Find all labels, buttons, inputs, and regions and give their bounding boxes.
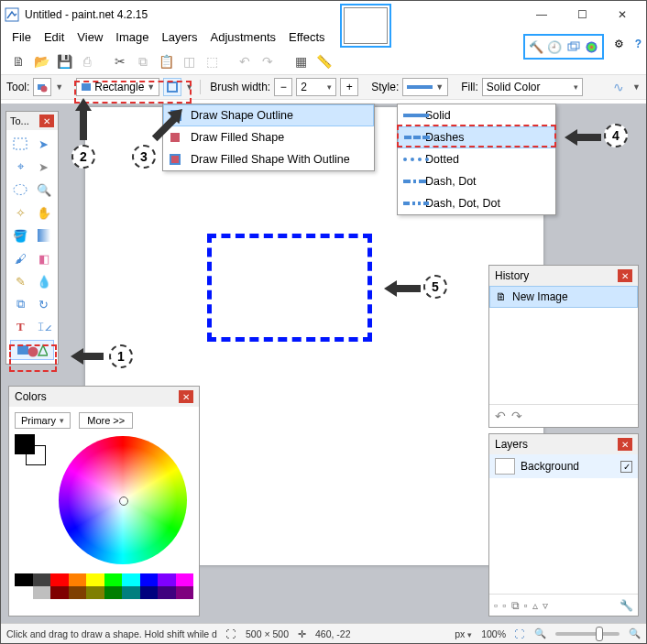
brush-width-plus[interactable]: +	[340, 78, 358, 96]
delete-layer-icon[interactable]: ▫	[502, 599, 506, 612]
merge-down-icon[interactable]: ▫	[524, 599, 528, 612]
layer-props-icon[interactable]: 🔧	[620, 599, 633, 612]
menu-item-filled-outline[interactable]: Draw Filled Shape With Outline	[163, 148, 374, 170]
ellipse-select-tool-icon[interactable]	[10, 180, 31, 200]
document-thumbnail[interactable]	[340, 4, 391, 48]
open-icon[interactable]: 📂	[31, 51, 51, 71]
deselect-icon[interactable]: ⬚	[202, 51, 222, 71]
close-icon[interactable]: ✕	[179, 390, 193, 403]
svg-point-12	[28, 347, 38, 357]
copy-icon[interactable]: ⧉	[133, 51, 153, 71]
menu-view[interactable]: View	[77, 30, 103, 49]
chevron-down-icon[interactable]: ▼	[632, 82, 641, 92]
unit-picker[interactable]: px ▾	[455, 628, 472, 639]
rect-select-tool-icon[interactable]	[10, 134, 31, 154]
brush-tool-icon[interactable]: 🖌	[10, 248, 31, 268]
close-window-button[interactable]: ✕	[602, 2, 642, 27]
fill-picker[interactable]: Solid Color▾	[482, 78, 583, 96]
add-layer-icon[interactable]: ▫	[494, 599, 498, 612]
paste-icon[interactable]: 📋	[156, 51, 176, 71]
brush-width-minus[interactable]: −	[274, 78, 292, 96]
history-item[interactable]: 🗎 New Image	[489, 286, 638, 308]
color-wheel[interactable]	[59, 436, 187, 564]
overflow-icon[interactable]: ∿	[609, 77, 629, 97]
magic-wand-tool-icon[interactable]: ✧	[10, 202, 31, 223]
menu-adjustments[interactable]: Adjustments	[210, 30, 276, 49]
menu-effects[interactable]: Effects	[289, 30, 325, 49]
callout-3: 3	[132, 145, 156, 169]
menu-edit[interactable]: Edit	[44, 30, 64, 49]
menu-item-dotted[interactable]: Dotted	[398, 148, 555, 170]
pan-tool-icon[interactable]: ✋	[34, 202, 55, 223]
primary-secondary-dropdown[interactable]: Primary ▾	[15, 412, 71, 429]
move-selection-tool-icon[interactable]: ➤	[34, 157, 55, 177]
draw-mode-button[interactable]	[163, 78, 181, 96]
menu-image[interactable]: Image	[115, 30, 148, 49]
fg-bg-swatch[interactable]	[15, 434, 51, 471]
settings-icon[interactable]: ⚙	[614, 38, 624, 50]
ruler-icon[interactable]: 📏	[313, 51, 334, 71]
style-picker[interactable]: ▼	[402, 78, 448, 96]
duplicate-layer-icon[interactable]: ⧉	[511, 599, 520, 612]
new-icon[interactable]: 🗎	[8, 51, 28, 71]
gradient-tool-icon[interactable]	[34, 225, 55, 246]
move-down-icon[interactable]: ▿	[543, 599, 548, 612]
zoom-tool-icon[interactable]: 🔍	[34, 180, 55, 200]
redo-icon[interactable]: ↷	[511, 409, 522, 423]
text-tool-icon[interactable]: T	[10, 317, 31, 337]
undo-icon[interactable]: ↶	[235, 51, 255, 71]
layer-visibility-checkbox[interactable]: ✓	[620, 461, 632, 473]
eraser-tool-icon[interactable]: ◧	[34, 248, 55, 268]
menu-file[interactable]: File	[12, 30, 31, 49]
chevron-down-icon[interactable]: ▼	[55, 82, 63, 92]
canvas-size: 500 × 500	[246, 628, 289, 639]
shapes-tool-icon[interactable]	[10, 340, 54, 360]
layers-toggle-icon[interactable]	[564, 38, 582, 56]
zoom-slider[interactable]	[555, 632, 620, 636]
more-button[interactable]: More >>	[79, 412, 133, 429]
tool-picker-icon[interactable]	[33, 78, 51, 96]
history-toggle-icon[interactable]: 🕘	[545, 38, 564, 56]
menu-item-solid[interactable]: Solid	[398, 104, 555, 126]
fill-tool-icon[interactable]: 🪣	[10, 225, 31, 246]
menu-layers[interactable]: Layers	[161, 30, 197, 49]
redo-icon[interactable]: ↷	[258, 51, 278, 71]
close-icon[interactable]: ✕	[39, 115, 54, 127]
zoom-out-icon[interactable]: 🔍	[534, 628, 546, 639]
menu-item-dashes[interactable]: Dashes	[398, 126, 555, 148]
crop-icon[interactable]: ◫	[179, 51, 199, 71]
minimize-button[interactable]: ―	[521, 2, 562, 27]
lasso-tool-icon[interactable]: ⌖	[10, 157, 31, 177]
save-icon[interactable]: 💾	[54, 51, 74, 71]
maximize-button[interactable]: ☐	[562, 2, 602, 27]
chevron-down-icon[interactable]: ▼	[185, 82, 193, 92]
zoom-in-icon[interactable]: 🔍	[629, 628, 641, 639]
cut-icon[interactable]: ✂	[110, 51, 130, 71]
help-icon[interactable]: ?	[635, 38, 642, 50]
menu-item-dash-dot[interactable]: Dash, Dot	[398, 170, 555, 192]
layer-item[interactable]: Background ✓	[489, 454, 638, 478]
recolor-tool-icon[interactable]: ↻	[34, 294, 55, 314]
eyedropper-tool-icon[interactable]: 💧	[34, 271, 55, 291]
close-icon[interactable]: ✕	[618, 269, 632, 282]
undo-icon[interactable]: ↶	[495, 409, 506, 423]
layers-panel-title: Layers	[495, 438, 528, 451]
brush-width-input[interactable]: 2▾	[296, 78, 336, 96]
menu-item-dash-dot-dot[interactable]: Dash, Dot, Dot	[398, 192, 555, 214]
print-icon[interactable]: ⎙	[77, 51, 97, 71]
menu-item-filled[interactable]: Draw Filled Shape	[163, 126, 374, 148]
style-label: Style:	[371, 81, 399, 93]
pencil-tool-icon[interactable]: ✎	[10, 271, 31, 291]
tools-toggle-icon[interactable]: 🔨	[527, 38, 545, 56]
shape-picker[interactable]: Rectangle ▼	[76, 78, 159, 96]
grid-icon[interactable]: ▦	[291, 51, 311, 71]
menu-item-outline[interactable]: Draw Shape Outline	[163, 104, 374, 126]
move-up-icon[interactable]: ▵	[532, 599, 538, 612]
close-icon[interactable]: ✕	[618, 438, 632, 451]
line-tool-icon[interactable]: 𝙸∠	[34, 317, 55, 337]
colors-toggle-icon[interactable]	[582, 38, 600, 56]
clone-tool-icon[interactable]: ⧉	[10, 294, 31, 314]
fit-icon[interactable]: ⛶	[515, 628, 525, 639]
swatch-palette[interactable]	[15, 573, 193, 599]
move-tool-icon[interactable]: ➤	[34, 134, 55, 154]
